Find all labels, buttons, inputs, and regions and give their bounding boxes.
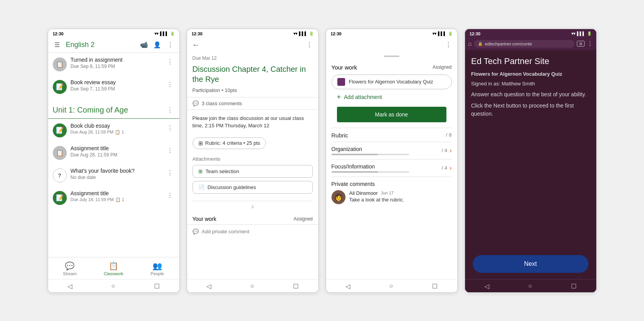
rubric-org-name: Organization: [332, 146, 409, 152]
signal-icon-3: ▌▌▌: [438, 31, 446, 36]
menu-icon[interactable]: ☰: [53, 41, 61, 49]
list-item[interactable]: 📝 Assignment title Due July 18, 11:59 PM…: [48, 186, 179, 209]
people-label: People: [151, 271, 164, 276]
rubric-focus-bar: [332, 171, 378, 173]
attachment-label-1: Team selection: [206, 168, 240, 174]
private-comments-section: Private comments 👩 Ali Dinsmoor Jun 17 T…: [326, 177, 457, 208]
recents-btn-3[interactable]: ☐: [432, 283, 437, 290]
browser-content: Ed Tech Partner Site Flowers for Algerno…: [465, 50, 596, 279]
nav-stream[interactable]: 💬 Stream: [48, 260, 92, 278]
rubric-row-org[interactable]: Organization / 4 ›: [332, 142, 452, 159]
status-icons-4: ▾▾ ▌▌▌ 🔋: [571, 31, 591, 36]
add-private-comment[interactable]: 💬 Add private comment: [187, 224, 318, 238]
back-btn-3[interactable]: ◁: [345, 283, 350, 290]
list-item[interactable]: 📋 Turned in assignment Due Sep 8, 11:59 …: [48, 53, 179, 75]
recents-btn-4[interactable]: ☐: [571, 283, 576, 290]
person-add-icon[interactable]: 👤: [153, 41, 161, 49]
item-title: Book club essay: [71, 123, 161, 129]
item-dots[interactable]: ⋮: [165, 168, 175, 178]
app-title-1: English 2: [66, 41, 140, 49]
chevron-right-icon-2: ›: [450, 165, 451, 172]
list-item[interactable]: ? What's your favorite book? No due date…: [48, 164, 179, 186]
browser-home-icon[interactable]: ⌂: [468, 40, 472, 47]
wifi-icon-4: ▾▾: [571, 31, 575, 36]
item-dots[interactable]: ⋮: [165, 145, 175, 156]
attachment-icon-1: ⊞: [198, 168, 203, 174]
back-arrow-icon[interactable]: ←: [192, 41, 200, 49]
url-bar[interactable]: 🔒 edtechpartner.com/conte: [474, 40, 574, 48]
flowers-chip[interactable]: Flowers for Algernon Vocabulary Quiz: [332, 75, 452, 89]
comments-row: 💬 3 class comments: [187, 97, 318, 110]
description-text: Please join the class discussion at our …: [187, 110, 318, 134]
item-dots[interactable]: ⋮: [165, 123, 175, 133]
more-icon-1[interactable]: ⋮: [166, 41, 175, 49]
recents-btn[interactable]: ☐: [154, 283, 160, 290]
mark-done-button[interactable]: Mark as done: [337, 107, 446, 122]
your-work-label: Your work: [193, 216, 217, 222]
recents-btn-2[interactable]: ☐: [293, 283, 299, 290]
your-work-bar: Your work Assigned: [187, 212, 318, 224]
browser-more-icon[interactable]: ⋮: [587, 40, 593, 47]
attachment-guidelines[interactable]: 📄 Discussion guidelines: [193, 181, 313, 194]
more-icon-3[interactable]: ⋮: [444, 41, 453, 49]
rubric-header: Rubric / 8: [332, 132, 452, 142]
home-btn-3[interactable]: ○: [389, 283, 393, 290]
home-btn-2[interactable]: ○: [250, 283, 254, 290]
item-dots[interactable]: ⋮: [165, 79, 175, 90]
scroll-indicator: ∧: [187, 201, 318, 212]
screens-container: 12:30 ▾▾ ▌▌▌ 🔋 ☰ English 2 📹 👤 ⋮ 📋 Tu: [36, 13, 608, 308]
system-nav-2: ◁ ○ ☐: [187, 279, 318, 292]
attachments-label: Attachments: [193, 156, 313, 162]
add-attachment-btn[interactable]: + Add attachment: [332, 89, 452, 105]
nav-classwork[interactable]: 📋 Classwork: [92, 260, 135, 278]
item-dots[interactable]: ⋮: [165, 190, 175, 201]
url-text: edtechpartner.com/conte: [485, 42, 532, 46]
rubric-chip[interactable]: ⊞ Rubric: 4 criteria • 25 pts: [193, 137, 266, 149]
list-item[interactable]: 📋 Assignment title Due Aug 28, 11:59 PM …: [48, 141, 179, 164]
back-btn[interactable]: ◁: [68, 283, 72, 290]
wifi-icon-3: ▾▾: [432, 31, 436, 36]
screen2-phone: 12:30 ▾▾ ▌▌▌ 🔋 ← ⋮ Due Mar 12 Discussion…: [187, 29, 319, 293]
item-text: Turned in assignment Due Sep 8, 11:59 PM: [71, 57, 161, 69]
rubric-focus-score-row: / 4 ›: [442, 165, 452, 172]
rubric-row-focus[interactable]: Focus/Information / 4 ›: [332, 159, 452, 177]
tab-count[interactable]: ⊞: [577, 41, 585, 47]
signal-icon-2: ▌▌▌: [299, 31, 307, 36]
section-dots[interactable]: ⋮: [165, 105, 175, 115]
screen3-content: Your work Assigned Flowers for Algernon …: [326, 52, 457, 279]
screen1-content: 📋 Turned in assignment Due Sep 8, 11:59 …: [48, 53, 179, 257]
attachment-team[interactable]: ⊞ Team selection: [193, 165, 313, 178]
signal-icon-4: ▌▌▌: [577, 31, 585, 36]
item-due: No due date: [71, 175, 161, 180]
private-comments-label: Private comments: [332, 181, 452, 187]
list-item[interactable]: 📝 Book review essay Due Sep 7, 11:59 PM …: [48, 75, 179, 98]
stream-icon: 💬: [65, 261, 75, 271]
stream-label: Stream: [63, 271, 76, 276]
back-btn-2[interactable]: ◁: [207, 283, 211, 290]
battery-icon-4: 🔋: [587, 31, 592, 36]
classwork-label: Classwork: [104, 271, 123, 276]
signal-icon: ▌▌▌: [160, 31, 168, 36]
your-work-bar-3: Your work Assigned: [332, 62, 452, 75]
item-text: Assignment title Due Aug 28, 11:59 PM: [71, 145, 161, 158]
attachment-icon-2: 📄: [198, 184, 205, 190]
item-text: Book club essay Due Aug 28, 11:59 PM 📋 1: [71, 123, 161, 135]
assigned-badge-3: Assigned: [432, 64, 451, 70]
comment-date: Jun 17: [381, 191, 394, 195]
home-btn-4[interactable]: ○: [528, 283, 532, 290]
instructions-2: Click the Next button to proceed to the …: [471, 102, 590, 118]
list-item[interactable]: 📝 Book club essay Due Aug 28, 11:59 PM 📋…: [48, 119, 179, 141]
nav-people[interactable]: 👥 People: [135, 260, 179, 278]
rubric-focus-info: Focus/Information: [332, 163, 409, 173]
home-btn[interactable]: ○: [111, 283, 115, 290]
system-nav-4: ◁ ○ ☐: [465, 279, 596, 292]
more-icon-2[interactable]: ⋮: [305, 41, 314, 49]
item-dots[interactable]: ⋮: [165, 57, 175, 67]
next-button[interactable]: Next: [473, 255, 588, 273]
wifi-icon-2: ▾▾: [293, 31, 297, 36]
back-btn-4[interactable]: ◁: [484, 283, 489, 290]
item-icon: 📝: [53, 191, 67, 205]
item-title: Assignment title: [71, 145, 161, 151]
video-icon[interactable]: 📹: [140, 41, 148, 49]
status-bar-3: 12:30 ▾▾ ▌▌▌ 🔋: [326, 29, 457, 38]
